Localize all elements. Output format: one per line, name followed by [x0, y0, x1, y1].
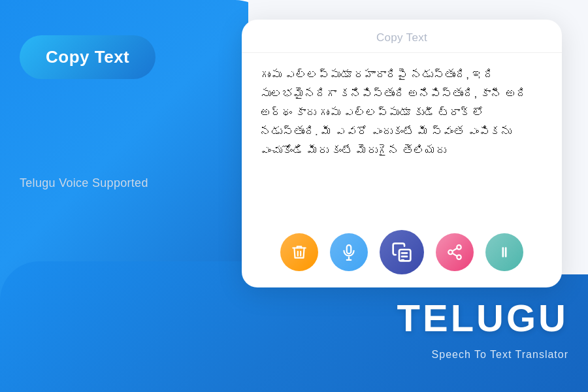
- pause-icon: [496, 244, 513, 261]
- card-telugu-text: గుంపు ఎల్లప్పుడూ రహాదారిపై నడుస్తుంది, ఇ…: [260, 66, 544, 160]
- trash-icon: [291, 244, 308, 261]
- telugu-voice-label: Telugu Voice Supported: [20, 176, 148, 190]
- card-actions: [242, 221, 562, 287]
- main-card: Copy Text గుంపు ఎల్లప్పుడూ రహాదారిపై నడు…: [242, 20, 562, 287]
- mic-icon: [340, 244, 357, 261]
- delete-button[interactable]: [280, 233, 318, 271]
- brand-subtitle: Speech To Text Translator: [432, 349, 568, 361]
- share-icon: [446, 244, 463, 261]
- share-button[interactable]: [436, 233, 474, 271]
- copy-icon: [391, 242, 412, 263]
- copy-button[interactable]: [380, 230, 424, 274]
- card-body: గుంపు ఎల్లప్పుడూ రహాదారిపై నడుస్తుంది, ఇ…: [242, 53, 562, 221]
- pause-button[interactable]: [485, 233, 523, 271]
- copy-text-header: Copy Text: [20, 35, 155, 79]
- mic-button[interactable]: [330, 233, 368, 271]
- brand-name: TELUGU: [397, 296, 568, 340]
- svg-line-10: [452, 253, 457, 256]
- svg-rect-3: [399, 250, 410, 261]
- svg-rect-0: [347, 245, 351, 253]
- card-header: Copy Text: [242, 20, 562, 53]
- card-title: Copy Text: [376, 31, 427, 44]
- svg-line-11: [452, 248, 457, 251]
